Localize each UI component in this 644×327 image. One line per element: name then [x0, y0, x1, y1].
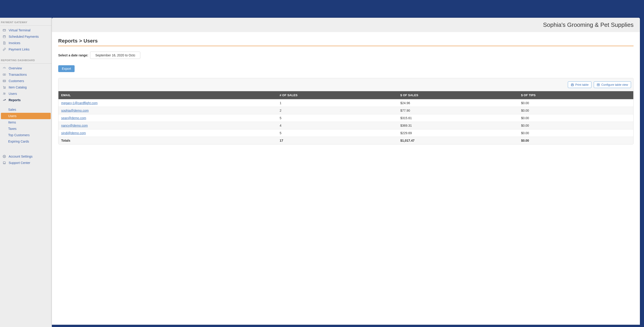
svg-line-8 — [4, 68, 5, 68]
export-button[interactable]: Export — [58, 65, 74, 72]
nav-account-settings[interactable]: Account Settings — [0, 153, 52, 160]
money-icon — [2, 73, 6, 76]
svg-rect-22 — [572, 85, 573, 86]
id-card-icon — [2, 79, 6, 83]
table-icon — [597, 83, 600, 86]
nav-label: Transactions — [9, 73, 27, 76]
cell-num-sales: 1 — [277, 99, 398, 107]
reports-sub-list: Sales Users Items Taxes Top Customers Ex… — [0, 106, 52, 147]
nav-label: Reports — [9, 98, 21, 102]
nav-label: Item Catalog — [9, 86, 26, 89]
nav-virtual-terminal[interactable]: Virtual Terminal — [0, 27, 52, 34]
document-icon — [2, 41, 6, 45]
table-row: nancy@demo.com4$369.31$0.00 — [58, 122, 633, 130]
cell-totals-label: Totals — [58, 137, 277, 144]
configure-label: Configure table view — [601, 83, 628, 86]
nav-customers[interactable]: Customers — [0, 78, 52, 84]
reports-sub-sales[interactable]: Sales — [0, 106, 52, 113]
nav-dashboard-list: Overview Transactions Customers Item Cat… — [0, 64, 52, 106]
svg-rect-9 — [3, 74, 6, 76]
cell-sales: $77.90 — [398, 107, 518, 114]
page-title: Reports > Users — [58, 38, 634, 46]
merchant-name: Sophia's Grooming & Pet Supplies — [543, 22, 634, 28]
nav-support-center[interactable]: Support Center — [0, 160, 52, 166]
nav-invoices[interactable]: Invoices — [0, 40, 52, 46]
link-icon — [2, 48, 6, 51]
svg-point-16 — [5, 88, 6, 89]
panel-header: Sophia's Grooming & Pet Supplies — [52, 18, 640, 32]
cell-sales: $229.69 — [398, 130, 518, 137]
table-wrap: Print table Configure table view EMAIL #… — [58, 78, 634, 144]
nav-label: Account Settings — [9, 155, 32, 158]
email-link[interactable]: nancy@demo.com — [61, 124, 88, 127]
nav-label: Payment Links — [9, 48, 30, 51]
users-icon — [2, 92, 6, 96]
topbar — [0, 0, 644, 18]
email-link[interactable]: sean@demo.com — [61, 116, 86, 120]
nav-item-catalog[interactable]: Item Catalog — [0, 84, 52, 90]
nav-label: Scheduled Payments — [9, 35, 39, 38]
date-range-row: Select a date range: — [58, 52, 634, 59]
email-link[interactable]: sindi@demo.com — [61, 131, 86, 135]
main-panel: Sophia's Grooming & Pet Supplies Reports… — [52, 18, 640, 325]
cell-sales: $315.61 — [398, 114, 518, 122]
print-icon — [571, 83, 574, 86]
reports-sub-expiring-cards[interactable]: Expiring Cards — [0, 138, 52, 145]
cell-num-sales: 5 — [277, 114, 398, 122]
reports-sub-users[interactable]: Users — [1, 113, 51, 119]
chart-line-icon — [2, 98, 6, 102]
cell-sales: $24.96 — [398, 99, 518, 107]
nav-reports[interactable]: Reports — [0, 97, 52, 103]
reports-sub-top-customers[interactable]: Top Customers — [0, 132, 52, 138]
cell-num-sales: 4 — [277, 122, 398, 130]
col-sales: $ OF SALES — [398, 91, 518, 99]
nav-label: Users — [9, 92, 17, 96]
email-link[interactable]: sophia@demo.com — [61, 109, 89, 112]
print-label: Print table — [575, 83, 589, 86]
nav-transactions[interactable]: Transactions — [0, 72, 52, 78]
reports-sub-items[interactable]: Items — [0, 119, 52, 126]
cell-sales: $369.31 — [398, 122, 518, 130]
col-email: EMAIL — [58, 91, 277, 99]
table-row: sean@demo.com5$315.61$0.00 — [58, 114, 633, 122]
nav-payment-links[interactable]: Payment Links — [0, 46, 52, 52]
cart-icon — [2, 86, 6, 89]
print-table-button[interactable]: Print table — [568, 82, 592, 88]
nav-overview[interactable]: Overview — [0, 65, 52, 72]
cell-email: megan+1@cardflight.com — [58, 99, 277, 107]
cell-email: sean@demo.com — [58, 114, 277, 122]
cell-email: nancy@demo.com — [58, 122, 277, 130]
cell-totals-tips: $0.00 — [518, 137, 633, 144]
svg-point-19 — [4, 156, 5, 157]
table-row: sophia@demo.com2$77.90$0.00 — [58, 107, 633, 114]
cell-tips: $0.00 — [518, 99, 633, 107]
svg-rect-0 — [3, 29, 6, 31]
reports-sub-taxes[interactable]: Taxes — [0, 126, 52, 132]
users-table: EMAIL # OF SALES $ OF SALES $ OF TIPS me… — [58, 91, 633, 144]
nav-users[interactable]: Users — [0, 90, 52, 97]
table-toolbar: Print table Configure table view — [58, 78, 633, 91]
nav-label: Virtual Terminal — [9, 28, 30, 32]
email-link[interactable]: megan+1@cardflight.com — [61, 101, 98, 105]
gauge-icon — [2, 66, 6, 70]
section-header-dashboard: REPORTING DASHBOARD — [0, 56, 52, 64]
cell-tips: $0.00 — [518, 122, 633, 130]
svg-point-15 — [4, 88, 4, 89]
date-range-input[interactable] — [90, 52, 140, 59]
cell-totals-sales: $1,017.47 — [398, 137, 518, 144]
section-header-gateway: PAYMENT GATEWAY — [0, 18, 52, 26]
cell-email: sophia@demo.com — [58, 107, 277, 114]
configure-table-button[interactable]: Configure table view — [594, 82, 631, 88]
cell-totals-num: 17 — [277, 137, 398, 144]
nav-label: Customers — [9, 79, 24, 83]
col-num-sales: # OF SALES — [277, 91, 398, 99]
nav-label: Invoices — [9, 41, 20, 45]
nav-scheduled-payments[interactable]: Scheduled Payments — [0, 34, 52, 40]
cell-tips: $0.00 — [518, 114, 633, 122]
svg-point-10 — [4, 74, 5, 75]
nav-label: Overview — [9, 66, 22, 70]
svg-point-18 — [4, 93, 5, 94]
gear-icon — [2, 155, 6, 158]
col-tips: $ OF TIPS — [518, 91, 633, 99]
nav-label: Support Center — [9, 161, 30, 165]
